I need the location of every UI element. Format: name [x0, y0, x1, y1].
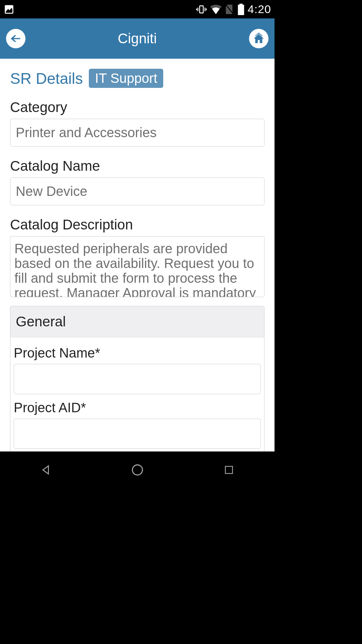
vibrate-icon	[196, 4, 207, 15]
circle-home-icon	[131, 463, 144, 477]
nav-recents-button[interactable]	[221, 462, 237, 478]
system-nav-bar	[0, 451, 275, 488]
wifi-icon	[210, 4, 222, 14]
triangle-back-icon	[40, 464, 52, 476]
app-header: Cigniti	[0, 18, 275, 59]
support-type-badge: IT Support	[89, 69, 163, 88]
svg-rect-1	[199, 6, 203, 13]
project-aid-input[interactable]	[14, 419, 261, 449]
device-frame: 4:20 Cigniti SR Details IT Support Categ…	[0, 0, 275, 488]
status-right: 4:20	[196, 3, 271, 16]
status-bar: 4:20	[0, 0, 275, 18]
catalog-name-label: Catalog Name	[10, 158, 264, 174]
svg-point-9	[132, 465, 142, 475]
business-justification-label: Business Justification*	[14, 449, 261, 451]
battery-icon	[238, 4, 244, 15]
catalog-name-input[interactable]: New Device	[10, 177, 264, 205]
page-title: SR Details	[10, 69, 83, 88]
catalog-desc-text[interactable]: Requested peripherals are provided based…	[10, 236, 264, 297]
notification-image-icon	[3, 4, 15, 15]
nav-back-button[interactable]	[38, 462, 54, 478]
svg-rect-7	[238, 5, 244, 15]
project-name-input[interactable]	[14, 364, 261, 394]
section-body: Project Name* Project AID* Business Just…	[10, 337, 264, 451]
category-input[interactable]: Printer and Accessories	[10, 119, 264, 147]
svg-rect-8	[239, 4, 242, 5]
svg-rect-10	[225, 466, 232, 473]
project-name-label: Project Name*	[14, 345, 261, 361]
catalog-desc-label: Catalog Description	[10, 217, 264, 233]
app-title: Cigniti	[118, 31, 157, 47]
page-title-row: SR Details IT Support	[0, 59, 275, 91]
no-sim-icon	[225, 4, 234, 15]
home-button[interactable]	[249, 29, 268, 48]
status-left	[3, 4, 15, 15]
catalog-desc-field: Catalog Description Requested peripheral…	[0, 209, 275, 301]
arrow-left-icon	[9, 32, 22, 45]
nav-home-button[interactable]	[129, 462, 146, 478]
back-button[interactable]	[6, 29, 25, 48]
square-recents-icon	[224, 465, 234, 475]
category-label: Category	[10, 99, 264, 115]
section-header-general: General	[10, 306, 264, 337]
catalog-name-field: Catalog Name New Device	[0, 150, 275, 209]
general-section: General Project Name* Project AID* Busin…	[10, 306, 264, 451]
project-aid-label: Project AID*	[14, 400, 261, 415]
content-area[interactable]: SR Details IT Support Category Printer a…	[0, 59, 275, 451]
home-icon	[253, 33, 265, 45]
category-field: Category Printer and Accessories	[0, 91, 275, 150]
status-time: 4:20	[248, 3, 271, 16]
